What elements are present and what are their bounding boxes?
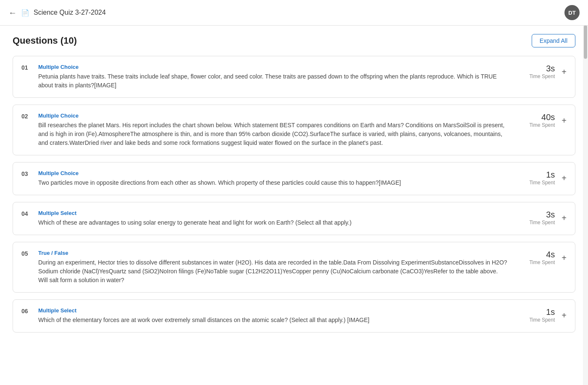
question-type: True / False	[38, 250, 508, 256]
time-label: Time Spent	[529, 122, 555, 128]
expand-all-button[interactable]: Expand All	[532, 34, 575, 47]
question-body: True / False During an experiment, Hecto…	[38, 250, 516, 285]
question-type: Multiple Choice	[38, 113, 508, 119]
question-right: 1s Time Spent +	[516, 170, 567, 186]
question-text: Which of the elementary forces are at wo…	[38, 316, 508, 325]
question-body: Multiple Choice Petunia plants have trai…	[38, 64, 516, 90]
question-text: During an experiment, Hector tries to di…	[38, 258, 508, 285]
header-left: ← 📄 Science Quiz 3-27-2024	[8, 8, 106, 18]
main-content: Questions (10) Expand All 01 Multiple Ch…	[0, 26, 588, 348]
time-info: 4s Time Spent	[529, 250, 555, 265]
question-text: Two particles move in opposite direction…	[38, 178, 508, 187]
question-card: 04 Multiple Select Which of these are ad…	[13, 202, 575, 235]
question-text: Which of these are advantages to using s…	[38, 218, 508, 227]
question-right: 4s Time Spent +	[516, 250, 567, 265]
back-arrow-icon: ←	[8, 8, 17, 18]
time-value: 1s	[529, 307, 555, 317]
time-label: Time Spent	[529, 180, 555, 186]
expand-icon[interactable]: +	[562, 174, 567, 182]
question-number: 02	[21, 113, 38, 120]
question-right: 3s Time Spent +	[516, 210, 567, 225]
questions-header: Questions (10) Expand All	[13, 34, 575, 47]
question-card: 05 True / False During an experiment, He…	[13, 242, 575, 293]
question-type: Multiple Choice	[38, 170, 508, 176]
question-text: Bill researches the planet Mars. His rep…	[38, 121, 508, 147]
time-label: Time Spent	[529, 259, 555, 265]
time-value: 3s	[529, 64, 555, 73]
back-button[interactable]: ←	[8, 8, 17, 18]
question-body: Multiple Select Which of the elementary …	[38, 307, 516, 325]
question-number: 04	[21, 210, 38, 217]
question-card: 02 Multiple Choice Bill researches the p…	[13, 105, 575, 155]
question-type: Multiple Select	[38, 307, 508, 314]
question-number: 05	[21, 250, 38, 257]
question-card: 03 Multiple Choice Two particles move in…	[13, 162, 575, 195]
question-text: Petunia plants have traits. These traits…	[38, 72, 508, 90]
scrollbar-track	[583, 0, 588, 385]
expand-icon[interactable]: +	[562, 311, 567, 320]
time-info: 1s Time Spent	[529, 170, 555, 186]
time-value: 4s	[529, 250, 555, 259]
document-icon: 📄	[21, 9, 29, 17]
time-info: 1s Time Spent	[529, 307, 555, 323]
question-number: 06	[21, 307, 38, 314]
time-info: 3s Time Spent	[529, 210, 555, 225]
questions-title: Questions (10)	[13, 35, 77, 46]
questions-list: 01 Multiple Choice Petunia plants have t…	[13, 56, 575, 333]
avatar[interactable]: DT	[564, 5, 580, 20]
question-body: Multiple Choice Bill researches the plan…	[38, 113, 516, 147]
time-value: 1s	[529, 170, 555, 180]
time-value: 3s	[529, 210, 555, 220]
question-card: 01 Multiple Choice Petunia plants have t…	[13, 56, 575, 98]
expand-icon[interactable]: +	[562, 68, 567, 76]
question-right: 3s Time Spent +	[516, 64, 567, 79]
question-right: 40s Time Spent +	[516, 113, 567, 128]
question-card: 06 Multiple Select Which of the elementa…	[13, 299, 575, 333]
question-number: 03	[21, 170, 38, 177]
question-type: Multiple Select	[38, 210, 508, 216]
question-body: Multiple Choice Two particles move in op…	[38, 170, 516, 187]
time-info: 40s Time Spent	[529, 113, 555, 128]
time-label: Time Spent	[529, 73, 555, 79]
question-right: 1s Time Spent +	[516, 307, 567, 323]
expand-icon[interactable]: +	[562, 214, 567, 222]
time-label: Time Spent	[529, 220, 555, 225]
scrollbar-thumb[interactable]	[584, 25, 587, 59]
time-label: Time Spent	[529, 317, 555, 323]
time-info: 3s Time Spent	[529, 64, 555, 79]
question-type: Multiple Choice	[38, 64, 508, 70]
expand-icon[interactable]: +	[562, 254, 567, 262]
question-body: Multiple Select Which of these are advan…	[38, 210, 516, 227]
quiz-title: Science Quiz 3-27-2024	[34, 9, 106, 16]
header: ← 📄 Science Quiz 3-27-2024 DT	[0, 0, 588, 26]
time-value: 40s	[529, 113, 555, 122]
question-number: 01	[21, 64, 38, 71]
expand-icon[interactable]: +	[562, 116, 567, 125]
